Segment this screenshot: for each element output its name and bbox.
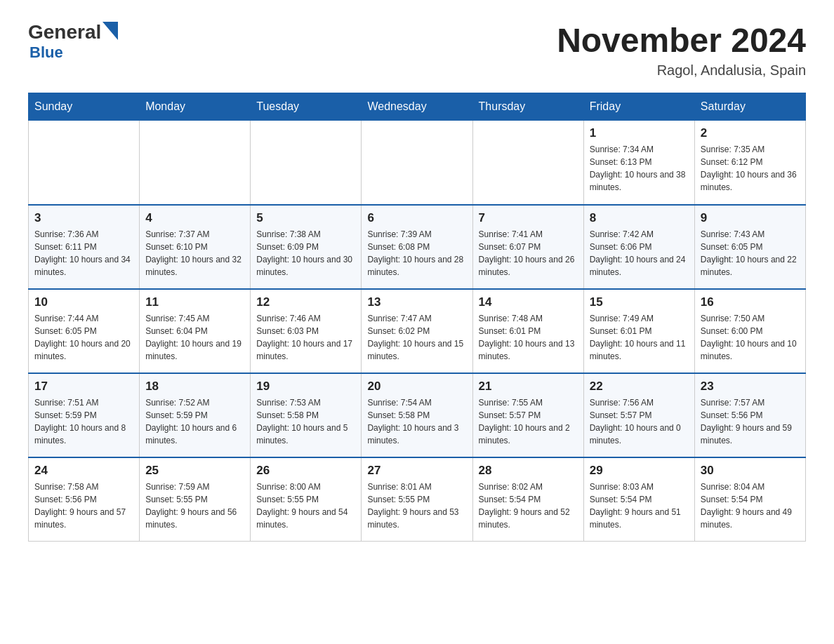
day-info: Sunrise: 7:54 AM Sunset: 5:58 PM Dayligh… <box>367 396 466 447</box>
day-number: 3 <box>34 211 133 225</box>
header-saturday: Saturday <box>694 93 805 121</box>
day-info: Sunrise: 7:39 AM Sunset: 6:08 PM Dayligh… <box>367 228 466 279</box>
calendar-cell: 7Sunrise: 7:41 AM Sunset: 6:07 PM Daylig… <box>472 205 583 289</box>
day-number: 25 <box>145 464 244 478</box>
weekday-header-row: Sunday Monday Tuesday Wednesday Thursday… <box>29 93 806 121</box>
day-info: Sunrise: 8:03 AM Sunset: 5:54 PM Dayligh… <box>590 481 689 531</box>
calendar-cell <box>251 121 362 205</box>
day-number: 11 <box>145 295 244 309</box>
day-number: 27 <box>367 464 466 478</box>
day-number: 17 <box>34 380 133 394</box>
calendar-cell: 30Sunrise: 8:04 AM Sunset: 5:54 PM Dayli… <box>694 457 805 542</box>
day-number: 5 <box>256 211 355 225</box>
day-info: Sunrise: 7:58 AM Sunset: 5:56 PM Dayligh… <box>34 481 133 531</box>
day-number: 12 <box>256 295 355 309</box>
day-info: Sunrise: 7:50 AM Sunset: 6:00 PM Dayligh… <box>701 312 800 363</box>
day-info: Sunrise: 7:37 AM Sunset: 6:10 PM Dayligh… <box>145 228 244 279</box>
day-info: Sunrise: 7:57 AM Sunset: 5:56 PM Dayligh… <box>701 396 800 447</box>
header-monday: Monday <box>140 93 251 121</box>
header-tuesday: Tuesday <box>251 93 362 121</box>
calendar-cell: 24Sunrise: 7:58 AM Sunset: 5:56 PM Dayli… <box>29 457 140 542</box>
header-sunday: Sunday <box>29 93 140 121</box>
calendar-cell: 3Sunrise: 7:36 AM Sunset: 6:11 PM Daylig… <box>29 205 140 289</box>
calendar-cell: 29Sunrise: 8:03 AM Sunset: 5:54 PM Dayli… <box>583 457 694 542</box>
day-info: Sunrise: 7:49 AM Sunset: 6:01 PM Dayligh… <box>590 312 689 363</box>
location-title: Ragol, Andalusia, Spain <box>557 62 806 79</box>
day-info: Sunrise: 7:41 AM Sunset: 6:07 PM Dayligh… <box>479 228 578 279</box>
day-info: Sunrise: 7:52 AM Sunset: 5:59 PM Dayligh… <box>145 396 244 447</box>
day-number: 19 <box>256 380 355 394</box>
calendar-cell: 16Sunrise: 7:50 AM Sunset: 6:00 PM Dayli… <box>694 289 805 373</box>
week-row-1: 1Sunrise: 7:34 AM Sunset: 6:13 PM Daylig… <box>29 121 806 205</box>
day-info: Sunrise: 8:02 AM Sunset: 5:54 PM Dayligh… <box>479 481 578 531</box>
day-info: Sunrise: 7:36 AM Sunset: 6:11 PM Dayligh… <box>34 228 133 279</box>
day-number: 24 <box>34 464 133 478</box>
calendar-cell: 20Sunrise: 7:54 AM Sunset: 5:58 PM Dayli… <box>362 373 472 457</box>
calendar-cell: 12Sunrise: 7:46 AM Sunset: 6:03 PM Dayli… <box>251 289 362 373</box>
day-number: 23 <box>701 380 800 394</box>
day-info: Sunrise: 7:51 AM Sunset: 5:59 PM Dayligh… <box>34 396 133 447</box>
calendar-cell: 4Sunrise: 7:37 AM Sunset: 6:10 PM Daylig… <box>140 205 251 289</box>
day-number: 9 <box>701 211 800 225</box>
calendar-cell <box>140 121 251 205</box>
month-title: November 2024 <box>557 21 806 60</box>
logo-wrapper: General Blue <box>28 21 118 62</box>
day-info: Sunrise: 8:01 AM Sunset: 5:55 PM Dayligh… <box>367 481 466 531</box>
calendar-cell: 25Sunrise: 7:59 AM Sunset: 5:55 PM Dayli… <box>140 457 251 542</box>
logo-general-text: General <box>28 21 101 43</box>
day-number: 30 <box>701 464 800 478</box>
day-info: Sunrise: 7:34 AM Sunset: 6:13 PM Dayligh… <box>590 143 689 194</box>
calendar-cell: 23Sunrise: 7:57 AM Sunset: 5:56 PM Dayli… <box>694 373 805 457</box>
day-number: 10 <box>34 295 133 309</box>
day-number: 21 <box>479 380 578 394</box>
day-number: 18 <box>145 380 244 394</box>
day-info: Sunrise: 7:48 AM Sunset: 6:01 PM Dayligh… <box>479 312 578 363</box>
header-friday: Friday <box>583 93 694 121</box>
day-info: Sunrise: 7:47 AM Sunset: 6:02 PM Dayligh… <box>367 312 466 363</box>
day-number: 4 <box>145 211 244 225</box>
day-number: 26 <box>256 464 355 478</box>
calendar-cell: 21Sunrise: 7:55 AM Sunset: 5:57 PM Dayli… <box>472 373 583 457</box>
header: General Blue November 2024 Ragol, Andalu… <box>28 21 806 79</box>
calendar-cell: 11Sunrise: 7:45 AM Sunset: 6:04 PM Dayli… <box>140 289 251 373</box>
logo-area: General Blue <box>28 21 118 62</box>
logo-line1: General <box>28 21 118 43</box>
day-number: 15 <box>590 295 689 309</box>
logo-triangle-icon <box>102 22 118 40</box>
calendar-cell <box>362 121 472 205</box>
calendar-cell: 14Sunrise: 7:48 AM Sunset: 6:01 PM Dayli… <box>472 289 583 373</box>
calendar-cell: 1Sunrise: 7:34 AM Sunset: 6:13 PM Daylig… <box>583 121 694 205</box>
day-number: 14 <box>479 295 578 309</box>
calendar-cell: 26Sunrise: 8:00 AM Sunset: 5:55 PM Dayli… <box>251 457 362 542</box>
title-area: November 2024 Ragol, Andalusia, Spain <box>557 21 806 79</box>
calendar-table: Sunday Monday Tuesday Wednesday Thursday… <box>28 93 806 542</box>
day-info: Sunrise: 8:04 AM Sunset: 5:54 PM Dayligh… <box>701 481 800 531</box>
day-info: Sunrise: 7:43 AM Sunset: 6:05 PM Dayligh… <box>701 228 800 279</box>
day-info: Sunrise: 8:00 AM Sunset: 5:55 PM Dayligh… <box>256 481 355 531</box>
day-info: Sunrise: 7:55 AM Sunset: 5:57 PM Dayligh… <box>479 396 578 447</box>
day-number: 6 <box>367 211 466 225</box>
day-info: Sunrise: 7:59 AM Sunset: 5:55 PM Dayligh… <box>145 481 244 531</box>
day-number: 20 <box>367 380 466 394</box>
calendar-cell: 13Sunrise: 7:47 AM Sunset: 6:02 PM Dayli… <box>362 289 472 373</box>
calendar-cell: 22Sunrise: 7:56 AM Sunset: 5:57 PM Dayli… <box>583 373 694 457</box>
day-number: 2 <box>701 126 800 140</box>
day-info: Sunrise: 7:44 AM Sunset: 6:05 PM Dayligh… <box>34 312 133 363</box>
day-info: Sunrise: 7:45 AM Sunset: 6:04 PM Dayligh… <box>145 312 244 363</box>
calendar-cell <box>29 121 140 205</box>
day-number: 22 <box>590 380 689 394</box>
day-info: Sunrise: 7:42 AM Sunset: 6:06 PM Dayligh… <box>590 228 689 279</box>
day-number: 28 <box>479 464 578 478</box>
day-info: Sunrise: 7:38 AM Sunset: 6:09 PM Dayligh… <box>256 228 355 279</box>
day-info: Sunrise: 7:53 AM Sunset: 5:58 PM Dayligh… <box>256 396 355 447</box>
day-number: 8 <box>590 211 689 225</box>
day-info: Sunrise: 7:56 AM Sunset: 5:57 PM Dayligh… <box>590 396 689 447</box>
day-number: 13 <box>367 295 466 309</box>
calendar-cell <box>472 121 583 205</box>
day-number: 16 <box>701 295 800 309</box>
week-row-4: 17Sunrise: 7:51 AM Sunset: 5:59 PM Dayli… <box>29 373 806 457</box>
calendar-cell: 15Sunrise: 7:49 AM Sunset: 6:01 PM Dayli… <box>583 289 694 373</box>
calendar-cell: 19Sunrise: 7:53 AM Sunset: 5:58 PM Dayli… <box>251 373 362 457</box>
day-info: Sunrise: 7:46 AM Sunset: 6:03 PM Dayligh… <box>256 312 355 363</box>
calendar-cell: 8Sunrise: 7:42 AM Sunset: 6:06 PM Daylig… <box>583 205 694 289</box>
